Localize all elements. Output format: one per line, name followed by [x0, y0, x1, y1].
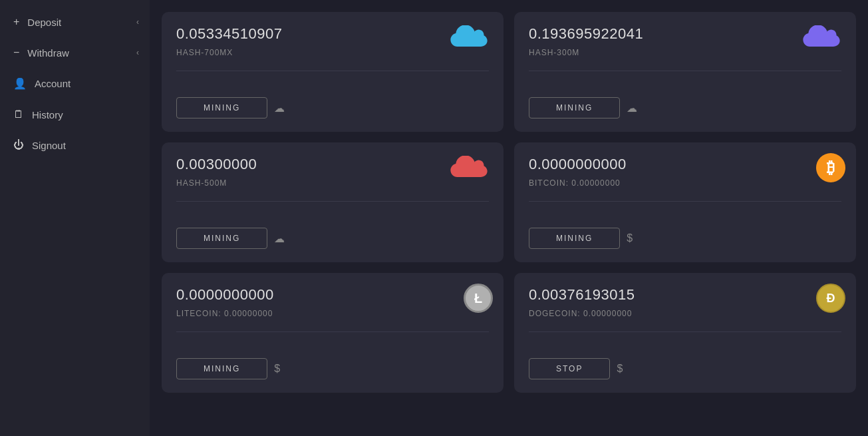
dollar-icon: $ — [627, 232, 633, 244]
card-bottom: STOP $ — [529, 358, 841, 379]
cloud-purple-icon — [801, 25, 841, 52]
sidebar-item-account[interactable]: 👤 Account — [0, 68, 150, 99]
sidebar-item-signout[interactable]: ⏻ Signout — [0, 130, 150, 160]
card-value: 0.193695922041 — [529, 25, 643, 43]
sidebar-item-label: History — [32, 109, 63, 120]
card-top: 0.193695922041 HASH-300m — [529, 25, 841, 57]
bitcoin-icon: ₿ — [816, 153, 845, 182]
card-value: 0.0000000000 — [529, 156, 841, 173]
sidebar: + Deposit ‹ − Withdraw ‹ 👤 Account 🗒 His… — [0, 0, 150, 436]
card-bitcoin: ₿ 0.0000000000 BITCOIN: 0.00000000 MININ… — [514, 142, 856, 262]
card-value: 0.0000000000 — [176, 286, 489, 304]
cloud-red-icon — [449, 156, 489, 182]
dollar-icon: $ — [274, 363, 280, 375]
mining-button[interactable]: MINING — [529, 97, 620, 118]
divider — [529, 201, 841, 202]
upload-icon: ☁ — [274, 232, 285, 245]
stop-button[interactable]: STOP — [529, 358, 610, 379]
user-icon: 👤 — [13, 77, 27, 90]
mining-button[interactable]: MINING — [529, 228, 620, 249]
card-value: 0.00376193015 — [529, 286, 841, 304]
chevron-right-icon: ‹ — [136, 17, 139, 27]
mining-button[interactable]: MINING — [176, 228, 267, 249]
sidebar-item-deposit[interactable]: + Deposit ‹ — [0, 7, 150, 37]
main-content: 0.05334510907 HASH-700mx MINING ☁ 0.1936… — [150, 0, 868, 436]
card-litecoin: Ł 0.0000000000 LITECOIN: 0.00000000 MINI… — [162, 273, 504, 393]
history-icon: 🗒 — [13, 109, 24, 120]
minus-icon: − — [13, 47, 19, 59]
upload-icon: ☁ — [274, 102, 285, 114]
card-top: 0.00300000 HASH-500m — [176, 156, 489, 188]
sidebar-item-label: Account — [35, 78, 71, 89]
card-hash500: 0.00300000 HASH-500m MINING ☁ — [162, 142, 504, 262]
card-bottom: MINING $ — [176, 358, 489, 379]
card-hash700: 0.05334510907 HASH-700mx MINING ☁ — [162, 12, 504, 132]
card-hash300: 0.193695922041 HASH-300m MINING ☁ — [514, 12, 856, 132]
sidebar-item-label: Deposit — [27, 17, 61, 28]
divider — [529, 331, 841, 332]
divider — [529, 71, 841, 71]
card-subtitle: HASH-500m — [176, 178, 257, 188]
cloud-blue-icon — [449, 25, 489, 52]
divider — [176, 71, 489, 71]
card-subtitle: HASH-300m — [529, 48, 643, 57]
card-bottom: MINING ☁ — [529, 97, 841, 118]
divider — [176, 201, 489, 202]
sidebar-item-history[interactable]: 🗒 History — [0, 99, 150, 130]
sidebar-item-withdraw[interactable]: − Withdraw ‹ — [0, 37, 150, 68]
card-bottom: MINING ☁ — [176, 228, 489, 249]
card-subtitle: LITECOIN: 0.00000000 — [176, 309, 489, 318]
mining-button[interactable]: MINING — [176, 97, 267, 118]
litecoin-icon: Ł — [464, 284, 493, 313]
chevron-right-icon: ‹ — [136, 48, 139, 57]
card-bottom: MINING $ — [529, 228, 841, 249]
upload-icon: ☁ — [627, 102, 637, 114]
card-top: 0.05334510907 HASH-700mx — [176, 25, 489, 57]
card-subtitle: DOGECOIN: 0.00000000 — [529, 309, 841, 318]
card-bottom: MINING ☁ — [176, 97, 489, 118]
plus-icon: + — [13, 16, 19, 28]
divider — [176, 331, 489, 332]
sidebar-item-label: Withdraw — [27, 47, 69, 59]
card-subtitle: BITCOIN: 0.00000000 — [529, 178, 841, 188]
dollar-icon: $ — [617, 363, 623, 375]
sidebar-item-label: Signout — [32, 140, 66, 151]
card-value: 0.05334510907 — [176, 25, 282, 43]
card-value: 0.00300000 — [176, 156, 257, 173]
card-dogecoin: Ð 0.00376193015 DOGECOIN: 0.00000000 STO… — [514, 273, 856, 393]
power-icon: ⏻ — [13, 139, 24, 151]
mining-button[interactable]: MINING — [176, 358, 267, 379]
card-subtitle: HASH-700mx — [176, 48, 282, 57]
dogecoin-icon: Ð — [816, 284, 845, 313]
